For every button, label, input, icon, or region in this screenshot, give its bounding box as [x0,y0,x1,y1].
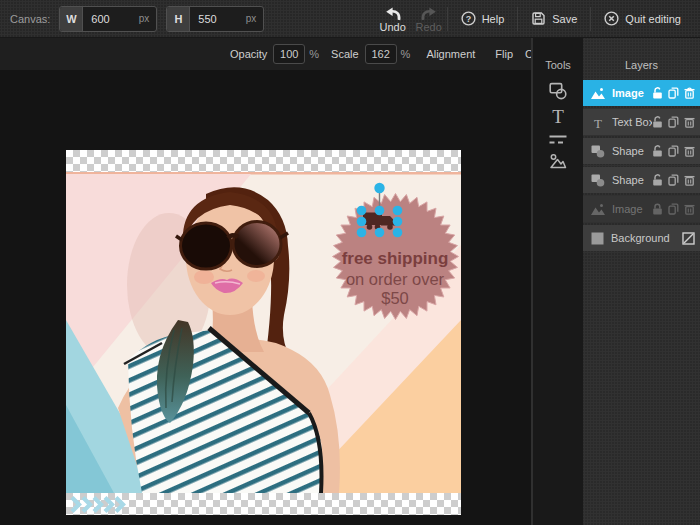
redo-label: Redo [415,21,441,33]
delete-icon[interactable] [684,174,695,186]
undo-label: Undo [379,21,405,33]
unlock-icon[interactable] [652,116,663,128]
image-layer-icon [591,203,605,215]
rotation-handle[interactable] [374,183,384,193]
canvas-width-control[interactable]: W px [59,6,157,32]
layer-item-shape[interactable]: Shape [583,167,700,193]
duplicate-icon[interactable] [668,145,679,157]
svg-text:?: ? [465,14,471,24]
layer-label: Text Box [612,116,652,128]
quit-editing-button[interactable]: Quit editing [591,11,694,26]
quit-icon [604,11,619,26]
canvas-size-controls: Canvas: W px H px [0,6,264,32]
selection-overlay[interactable] [66,150,461,515]
canvas-height-control[interactable]: H px [166,6,264,32]
width-key-label: W [60,7,83,31]
save-label: Save [552,13,577,25]
shape-layer-icon [591,145,605,158]
svg-text:T: T [594,116,602,129]
layer-item-image-locked[interactable]: Image [583,196,700,222]
opacity-unit: % [309,48,319,60]
flip-button[interactable]: Flip [495,48,513,60]
tools-panel: Tools T [533,38,583,525]
delete-icon[interactable] [684,145,695,157]
image-editor-app: Canvas: W px H px Undo [0,0,700,525]
lock-icon[interactable] [652,203,663,215]
background-layer-icon [591,232,604,245]
duplicate-icon[interactable] [668,174,679,186]
help-label: Help [482,13,505,25]
top-toolbar: Canvas: W px H px Undo [0,0,700,38]
background-edit-icon[interactable] [682,232,695,245]
opacity-input[interactable] [273,44,305,64]
help-button[interactable]: ? Help [448,11,518,26]
duplicate-icon[interactable] [668,203,679,215]
layer-item-text-box[interactable]: T Text Box [583,109,700,135]
height-key-label: H [167,7,190,31]
svg-text:T: T [552,106,564,127]
undo-icon [383,5,403,21]
image-layer-icon [591,87,605,99]
scale-unit: % [401,48,411,60]
delete-icon[interactable] [684,116,695,128]
text-layer-icon: T [591,116,605,129]
unlock-icon[interactable] [652,87,663,99]
tools-header: Tools [533,38,583,71]
layer-label: Image [612,203,652,215]
help-icon: ? [461,11,476,26]
text-tool-button[interactable]: T [533,105,583,127]
layer-label: Shape [612,174,652,186]
unlock-icon[interactable] [652,145,663,157]
save-button[interactable]: Save [518,11,590,26]
image-tool-button[interactable] [533,151,583,171]
height-unit-label: px [246,13,264,24]
redo-icon [419,5,439,21]
quit-label: Quit editing [625,13,681,25]
scale-label: Scale [331,48,359,60]
delete-icon[interactable] [684,203,695,215]
opacity-label: Opacity [230,48,267,60]
topbar-actions: Undo Redo ? Help [375,0,700,37]
layer-item-image-selected[interactable]: Image [583,80,700,106]
layers-panel: Layers Image [583,38,700,525]
context-toolbar: Opacity % Scale % Alignment Flip Crop Ph… [0,38,531,70]
canvas-area[interactable]: free shipping on order over $50 [66,150,461,515]
layers-header: Layers [583,38,700,71]
lines-tool-icon [548,133,568,147]
layer-item-background[interactable]: Background [583,225,700,251]
image-tool-icon [548,151,568,171]
canvas-height-input[interactable] [190,13,245,25]
canvas-width-input[interactable] [83,13,138,25]
delete-icon[interactable] [684,87,695,99]
save-icon [531,11,546,26]
shape-tool-button[interactable] [533,81,583,101]
scale-input[interactable] [365,44,397,64]
redo-button[interactable]: Redo [411,5,447,33]
shape-layer-icon [591,174,605,187]
duplicate-icon[interactable] [668,116,679,128]
duplicate-icon[interactable] [668,87,679,99]
width-unit-label: px [139,13,157,24]
canvas-size-label: Canvas: [10,13,50,25]
layer-label: Shape [612,145,652,157]
unlock-icon[interactable] [652,174,663,186]
layer-item-shape[interactable]: Shape [583,138,700,164]
alignment-button[interactable]: Alignment [426,48,475,60]
undo-button[interactable]: Undo [375,5,411,33]
layer-label: Image [612,87,652,99]
layer-label: Background [611,232,682,244]
text-tool-icon: T [548,105,568,127]
shape-tool-icon [548,81,568,101]
lines-tool-button[interactable] [533,133,583,147]
